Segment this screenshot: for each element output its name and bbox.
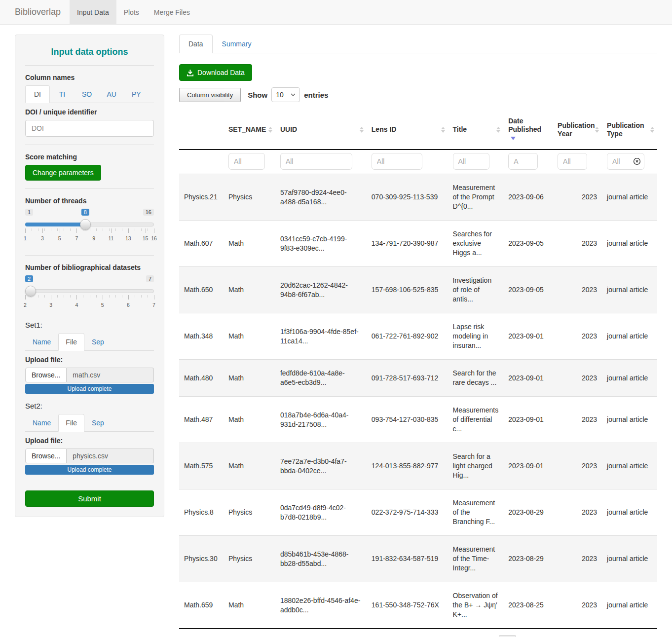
clear-filter-icon[interactable] — [633, 157, 641, 165]
cell: 2023-09-06 — [503, 174, 553, 221]
download-icon — [187, 69, 194, 76]
cell: 18802e26-bffd-4546-af4e-addb0c... — [275, 582, 367, 629]
table-row[interactable]: Math.659Math18802e26-bffd-4546-af4e-addb… — [179, 582, 657, 629]
tab-ti[interactable]: TI — [50, 85, 75, 103]
tab-name[interactable]: Name — [25, 333, 58, 351]
cell: 2023-08-25 — [503, 582, 553, 629]
submit-button[interactable]: Submit — [25, 490, 154, 507]
header-publication-type[interactable]: Publication Type — [602, 110, 657, 150]
tab-summary[interactable]: Summary — [213, 35, 261, 53]
header-uuid[interactable]: UUID — [275, 110, 367, 150]
cell: Physics.30 — [179, 536, 224, 582]
doi-input[interactable] — [25, 120, 154, 137]
slider-fill — [25, 223, 85, 226]
slider-value-badge: 8 — [81, 209, 89, 216]
navbar-tab-plots[interactable]: Plots — [116, 0, 147, 24]
tab-name[interactable]: Name — [25, 414, 58, 432]
cell: journal article — [602, 489, 657, 536]
cell: Physics — [224, 489, 275, 536]
cell: 20d62cac-1262-4842-94b8-6f67ab... — [275, 267, 367, 313]
table-row[interactable]: Math.575Math7ee72a7e-d3b0-4fa7-bbda-0402… — [179, 443, 657, 489]
cell: Math.575 — [179, 443, 224, 489]
set1-label: Set1: — [25, 321, 154, 329]
datasets-slider[interactable]: 2 7 234567 — [25, 275, 154, 314]
cell: 1f3f106a-9904-4fde-85ef-11ca14... — [275, 313, 367, 360]
page-button-next[interactable]: Next — [629, 635, 657, 637]
sort-icon — [496, 127, 500, 133]
table-row[interactable]: Physics.8Physics0da7cd49-d8f9-4c02-b7d8-… — [179, 489, 657, 536]
page-button-…: … — [587, 635, 608, 637]
header-lens-id[interactable]: Lens ID — [367, 110, 448, 150]
browse-button[interactable]: Browse... — [25, 449, 67, 463]
slider-grid: 1357911131516 — [25, 228, 154, 245]
tab-file[interactable]: File — [58, 333, 84, 351]
cell: Physics — [224, 536, 275, 582]
tab-data[interactable]: Data — [179, 35, 213, 53]
cell: 0341cc59-c7cb-4199-9f83-e309ec... — [275, 221, 367, 267]
filter-set-name-input[interactable] — [228, 153, 265, 170]
header-title[interactable]: Title — [448, 110, 504, 150]
cell: Math — [224, 582, 275, 629]
cell: Math.659 — [179, 582, 224, 629]
browse-button[interactable]: Browse... — [25, 368, 67, 382]
cell: 2023 — [553, 397, 602, 443]
page-button-3[interactable]: 3 — [534, 635, 552, 637]
cell: Physics.8 — [179, 489, 224, 536]
cell: 157-698-106-525-835 — [367, 267, 448, 313]
cell: 161-550-348-752-76X — [367, 582, 448, 629]
navbar-tab-merge-files[interactable]: Merge Files — [147, 0, 197, 24]
cell: journal article — [602, 443, 657, 489]
table-row[interactable]: Physics.21Physics57af9780-d924-4ee0-a488… — [179, 174, 657, 221]
panel-title: Input data options — [25, 47, 154, 57]
table-body: Physics.21Physics57af9780-d924-4ee0-a488… — [179, 174, 657, 629]
change-parameters-button[interactable]: Change parameters — [25, 165, 101, 181]
tab-file[interactable]: File — [58, 414, 84, 432]
tab-py[interactable]: PY — [124, 85, 149, 103]
result-tabs: Data Summary — [179, 35, 657, 53]
table-row[interactable]: Math.348Math1f3f106a-9904-4fde-85ef-11ca… — [179, 313, 657, 360]
cell: 070-309-925-113-539 — [367, 174, 448, 221]
filter-lens-id-input[interactable] — [372, 153, 422, 170]
column-visibility-button[interactable]: Column visibility — [179, 88, 241, 102]
tab-au[interactable]: AU — [99, 85, 124, 103]
filter-date-published-input[interactable] — [508, 153, 538, 170]
table-row[interactable]: Math.480Mathfedfd8de-610a-4a8e-a6e5-ecb3… — [179, 360, 657, 397]
tab-so[interactable]: SO — [75, 85, 99, 103]
table-row[interactable]: Physics.30Physicsd85b461b-453e-4868-bb28… — [179, 536, 657, 582]
cell: Observation of the B+ → Jψη′ K+... — [448, 582, 504, 629]
pagination: Previous12345…73Next — [458, 635, 657, 637]
slider-track[interactable] — [25, 289, 154, 293]
page-size-select[interactable]: 10 — [271, 87, 300, 102]
sort-icon — [268, 127, 272, 133]
header-date-published[interactable]: Date Published — [503, 110, 553, 150]
cell: 2023 — [553, 174, 602, 221]
cell: 134-791-720-390-987 — [367, 221, 448, 267]
filter-publication-year-input[interactable] — [558, 153, 587, 170]
header-publication-year[interactable]: Publication Year — [553, 110, 602, 150]
divider — [25, 188, 154, 189]
tab-sep[interactable]: Sep — [84, 414, 112, 432]
page-button-1[interactable]: 1 — [499, 635, 517, 637]
divider — [25, 65, 154, 66]
header-set-name[interactable]: SET_NAME — [224, 110, 275, 150]
tab-di[interactable]: DI — [25, 85, 50, 103]
slider-max-badge: 7 — [146, 275, 154, 282]
cell: 2023 — [553, 267, 602, 313]
threads-slider[interactable]: 1 8 16 1357911131516 — [25, 209, 154, 247]
set1-tabs: Name File Sep — [25, 333, 154, 351]
cell: 091-728-517-693-712 — [367, 360, 448, 397]
table-row[interactable]: Math.607Math0341cc59-c7cb-4199-9f83-e309… — [179, 221, 657, 267]
navbar-tab-input-data[interactable]: Input Data — [70, 0, 116, 24]
filter-uuid-input[interactable] — [280, 153, 352, 170]
page-button-73[interactable]: 73 — [608, 635, 630, 637]
filter-title-input[interactable] — [453, 153, 489, 170]
table-row[interactable]: Math.650Math20d62cac-1262-4842-94b8-6f67… — [179, 267, 657, 313]
download-data-button[interactable]: Download Data — [179, 64, 252, 81]
table-row[interactable]: Math.487Math018a7b4e-6d6a-40a4-931d-2175… — [179, 397, 657, 443]
page-button-4[interactable]: 4 — [552, 635, 569, 637]
page-button-2[interactable]: 2 — [516, 635, 534, 637]
tab-sep[interactable]: Sep — [84, 333, 112, 351]
cell: 2023 — [553, 360, 602, 397]
page-button-5[interactable]: 5 — [569, 635, 587, 637]
filter-cell-empty — [179, 150, 224, 174]
